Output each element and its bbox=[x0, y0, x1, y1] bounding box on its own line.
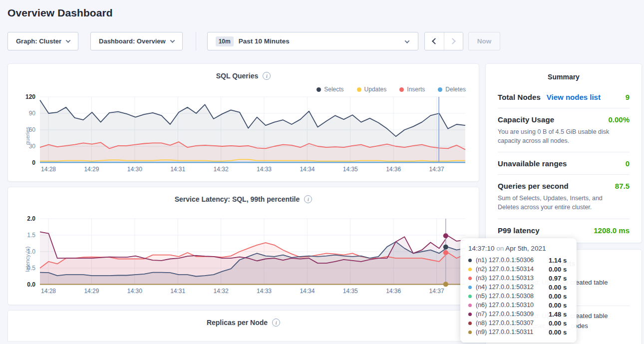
view-nodes-list-link[interactable]: View nodes list bbox=[547, 93, 601, 101]
crosshair-dot bbox=[443, 245, 448, 250]
dashboard-selector-label: Dashboard: Overview bbox=[99, 37, 166, 45]
tooltip-node-row: (n3) 127.0.0.1:503130.97 s bbox=[468, 274, 569, 283]
tooltip-node-row: (n2) 127.0.0.1:503140.00 s bbox=[468, 265, 569, 274]
tooltip-node-row: (n9) 127.0.0.1:503110.00 s bbox=[468, 328, 569, 337]
summary-metric-value: 0 bbox=[626, 159, 630, 168]
node-color-dot bbox=[468, 322, 472, 325]
node-address: (n5) 127.0.0.1:50308 bbox=[476, 293, 549, 300]
chart-header: SQL Queries bbox=[8, 64, 479, 80]
x-tick-label: 14:29 bbox=[84, 166, 99, 173]
time-range-dropdown[interactable]: 10m Past 10 Minutes bbox=[207, 32, 418, 50]
y-tick-label: 0.5 bbox=[27, 265, 35, 272]
x-tick-label: 14:28 bbox=[41, 166, 56, 173]
y-tick-label: 0 bbox=[32, 159, 35, 166]
x-tick-label: 14:36 bbox=[386, 288, 401, 295]
chart-header: Service Latency: SQL, 99th percentile bbox=[8, 187, 479, 203]
x-tick-label: 14:28 bbox=[41, 288, 56, 295]
summary-metric-value: 87.5 bbox=[615, 182, 630, 190]
info-icon[interactable] bbox=[263, 72, 271, 80]
node-latency-value: 0.00 s bbox=[549, 329, 567, 336]
y-tick-label: 1.0 bbox=[27, 248, 35, 255]
node-latency-value: 0.00 s bbox=[549, 266, 567, 273]
summary-row: Unavailable ranges0 bbox=[498, 152, 630, 174]
x-tick-label: 14:34 bbox=[300, 288, 315, 295]
time-step-forward-button[interactable] bbox=[444, 32, 463, 50]
sql-queries-chart[interactable]: 14:2814:2914:3014:3114:3214:3314:3414:35… bbox=[8, 93, 479, 173]
node-address: (n1) 127.0.0.1:50306 bbox=[476, 257, 549, 264]
time-range-label: Past 10 Minutes bbox=[239, 37, 290, 45]
node-color-dot bbox=[468, 268, 472, 271]
graph-selector-dropdown[interactable]: Graph: Cluster bbox=[7, 32, 78, 50]
overview-dashboard-page: Overview Dashboard Graph: Cluster Dashbo… bbox=[0, 0, 644, 344]
tooltip-node-row: (n7) 127.0.0.1:503091.48 s bbox=[468, 310, 569, 319]
summary-row: Total NodesView nodes list9 bbox=[498, 86, 630, 108]
chevron-right-icon bbox=[449, 38, 456, 44]
tooltip-timestamp: 14:37:10 on Apr 5th, 2021 bbox=[468, 245, 569, 252]
graph-selector-label: Graph: Cluster bbox=[16, 37, 61, 45]
node-address: (n4) 127.0.0.1:50312 bbox=[476, 284, 549, 291]
legend-item-updates[interactable]: Updates bbox=[357, 86, 387, 93]
summary-metric-value: 0.00% bbox=[608, 115, 630, 124]
toolbar-divider bbox=[196, 32, 196, 50]
chart-legend: SelectsUpdatesInsertsDeletes bbox=[317, 86, 466, 93]
y-tick-label: 60 bbox=[29, 126, 36, 133]
x-tick-label: 14:31 bbox=[170, 166, 185, 173]
tooltip-node-row: (n6) 127.0.0.1:503100.00 s bbox=[468, 301, 569, 310]
dashboard-selector-dropdown[interactable]: Dashboard: Overview bbox=[90, 32, 183, 50]
legend-item-inserts[interactable]: Inserts bbox=[399, 86, 425, 93]
chart-header: Replicas per Node bbox=[8, 311, 479, 327]
x-tick-label: 14:34 bbox=[300, 166, 315, 173]
time-step-back-button[interactable] bbox=[425, 32, 444, 50]
node-latency-value: 0.00 s bbox=[549, 293, 567, 300]
chart-title: SQL Queries bbox=[216, 72, 259, 80]
crosshair-dot bbox=[443, 282, 448, 287]
info-icon[interactable] bbox=[304, 195, 312, 203]
y-tick-label: 2.0 bbox=[27, 215, 35, 222]
y-tick-label: 90 bbox=[29, 110, 36, 117]
x-tick-label: 14:33 bbox=[257, 166, 272, 173]
summary-metric-value: 1208.0 ms bbox=[594, 226, 630, 235]
node-latency-value: 1.14 s bbox=[549, 257, 567, 264]
tooltip-rows: (n1) 127.0.0.1:503061.14 s(n2) 127.0.0.1… bbox=[468, 256, 569, 337]
charts-column: SQL Queries SelectsUpdatesInsertsDeletes… bbox=[7, 63, 479, 344]
x-tick-label: 14:35 bbox=[343, 166, 358, 173]
service-latency-chart[interactable]: 14:2814:2914:3014:3114:3214:3314:3414:35… bbox=[8, 215, 479, 295]
info-icon[interactable] bbox=[272, 319, 280, 327]
chart-title: Service Latency: SQL, 99th percentile bbox=[175, 195, 300, 203]
crosshair-dot bbox=[443, 250, 448, 255]
x-tick-label: 14:30 bbox=[127, 166, 142, 173]
toolbar: Graph: Cluster Dashboard: Overview 10m P… bbox=[7, 32, 644, 50]
legend-item-deletes[interactable]: Deletes bbox=[438, 86, 466, 93]
now-button[interactable]: Now bbox=[468, 32, 501, 50]
chart-title: Replicas per Node bbox=[207, 319, 268, 327]
summary-metric-label: Total Nodes bbox=[498, 93, 541, 101]
service-latency-chart-panel: Service Latency: SQL, 99th percentile la… bbox=[7, 187, 479, 305]
y-tick-label: 120 bbox=[25, 93, 35, 100]
tooltip-node-row: (n4) 127.0.0.1:503120.00 s bbox=[468, 283, 569, 292]
x-tick-label: 14:30 bbox=[127, 288, 142, 295]
summary-row: Queries per second87.5Sum of Selects, Up… bbox=[498, 174, 630, 218]
node-address: (n3) 127.0.0.1:50313 bbox=[476, 275, 549, 282]
time-step-buttons bbox=[424, 32, 463, 50]
legend-dot bbox=[438, 87, 442, 92]
summary-panel: Summary Total NodesView nodes list9Capac… bbox=[485, 63, 642, 243]
x-tick-label: 14:29 bbox=[84, 288, 99, 295]
x-tick-label: 14:32 bbox=[214, 288, 229, 295]
tooltip-node-row: (n1) 127.0.0.1:503061.14 s bbox=[468, 256, 569, 265]
node-color-dot bbox=[468, 286, 472, 289]
y-tick-label: 30 bbox=[29, 143, 36, 150]
legend-label: Deletes bbox=[445, 86, 466, 93]
node-color-dot bbox=[468, 331, 472, 334]
node-address: (n8) 127.0.0.1:50307 bbox=[476, 320, 549, 327]
node-latency-value: 0.00 s bbox=[549, 302, 567, 309]
x-tick-label: 14:37 bbox=[429, 288, 444, 295]
summary-metric-description: Sum of Selects, Updates, Inserts, and De… bbox=[498, 194, 624, 212]
chart-hover-tooltip: 14:37:10 on Apr 5th, 2021 (n1) 127.0.0.1… bbox=[460, 238, 577, 343]
node-color-dot bbox=[468, 304, 472, 307]
legend-dot bbox=[399, 87, 404, 92]
legend-dot bbox=[357, 87, 361, 92]
node-color-dot bbox=[468, 313, 472, 316]
legend-item-selects[interactable]: Selects bbox=[317, 86, 343, 93]
crosshair-dot bbox=[443, 233, 448, 238]
x-tick-label: 14:35 bbox=[343, 288, 358, 295]
